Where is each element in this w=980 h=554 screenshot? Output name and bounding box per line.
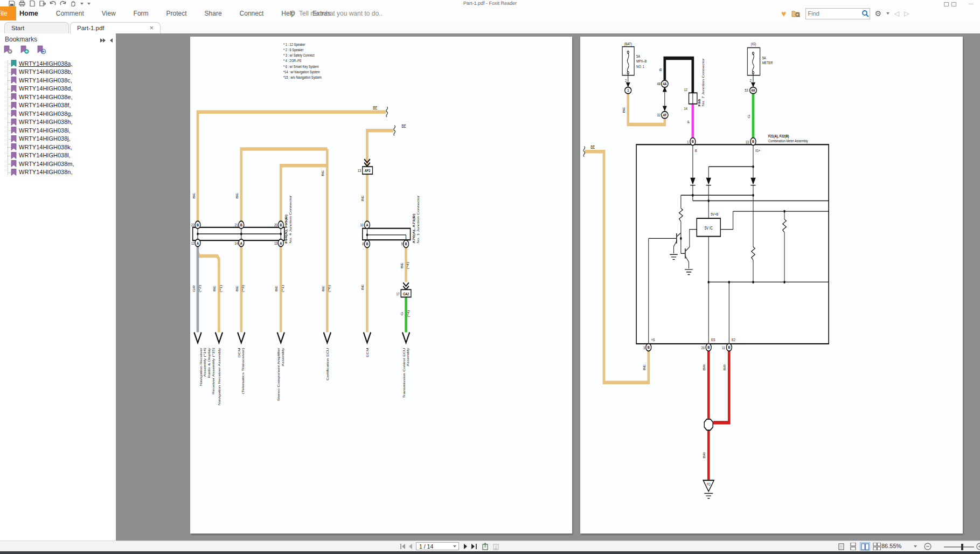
bookmark-item-wrty14high038m[interactable]: WRTY14HIGH038m, <box>0 160 116 168</box>
last-page-icon[interactable] <box>471 544 477 549</box>
delete-bookmark-icon[interactable] <box>3 45 13 54</box>
tab-protect[interactable]: Protect <box>166 10 187 17</box>
find-input[interactable] <box>806 10 861 17</box>
search-icon[interactable] <box>861 10 870 18</box>
lbl: 22 <box>191 223 194 227</box>
bookmark-item-wrty14high038b[interactable]: WRTY14HIGH038b, <box>0 68 116 77</box>
qat-customize-icon[interactable] <box>87 3 91 5</box>
bookmark-item-wrty14high038e[interactable]: WRTY14HIGH038e, <box>0 93 116 101</box>
tell-me-box[interactable]: Tell me what you want to do.. <box>290 6 383 20</box>
bookmark-item-wrty14high038d[interactable]: WRTY14HIGH038d, <box>0 85 116 93</box>
tab-form[interactable]: Form <box>134 10 149 17</box>
bookmark-item-wrty14high038f[interactable]: WRTY14HIGH038f, <box>0 101 116 110</box>
goto-bookmark-icon[interactable] <box>37 45 46 54</box>
bookmark-flag-icon <box>11 102 17 109</box>
bookmark-item-wrty14high038i[interactable]: WRTY14HIGH038i, <box>0 126 116 135</box>
lbl: E2 <box>732 337 735 342</box>
bookmark-flag-icon <box>11 77 17 84</box>
lbl: B <box>240 223 242 227</box>
bookmark-item-wrty14high038n[interactable]: WRTY14HIGH038n, <box>0 168 116 177</box>
bookmark-item-wrty14high038c[interactable]: WRTY14HIGH038c, <box>0 76 116 85</box>
next-page-icon[interactable] <box>463 544 468 549</box>
first-page-icon[interactable] <box>400 544 406 549</box>
lbl: Stereo Component Amplifier <box>277 348 281 401</box>
tab-connect[interactable]: Connect <box>240 10 264 17</box>
file-menu[interactable]: File <box>0 6 16 20</box>
continuous-view-icon[interactable] <box>848 542 858 551</box>
close-tab-icon[interactable]: × <box>149 25 154 31</box>
zoom-in-icon[interactable] <box>976 543 980 550</box>
document-icon[interactable] <box>29 1 36 6</box>
next-view-icon[interactable] <box>492 543 499 550</box>
lbl: B <box>728 345 730 349</box>
hand-tool-icon[interactable] <box>70 1 77 6</box>
lbl: BE <box>192 192 196 198</box>
continuous-facing-view-icon[interactable] <box>872 542 882 551</box>
lbl: CA2 <box>403 292 409 296</box>
tree-stub <box>8 89 11 89</box>
bookmark-item-wrty14high038g[interactable]: WRTY14HIGH038g, <box>0 109 116 118</box>
zoom-slider-track[interactable] <box>944 546 974 548</box>
save-icon[interactable] <box>9 1 15 6</box>
collapse-panel-icon[interactable] <box>110 37 113 44</box>
lbl: 14 <box>234 241 238 246</box>
tab-share[interactable]: Share <box>205 10 222 17</box>
add-bookmark-icon[interactable] <box>20 45 30 54</box>
undo-icon[interactable] <box>50 1 56 6</box>
lbl: (*4) <box>406 262 409 269</box>
zoom-out-icon[interactable] <box>924 543 932 550</box>
lbl: BR <box>702 364 706 371</box>
continuation-squiggle <box>386 107 388 117</box>
bookmark-item-wrty14high038a[interactable]: WRTY14HIGH038a, <box>0 59 116 68</box>
nav-back-icon[interactable]: ◁ <box>894 10 899 17</box>
prev-page-icon[interactable] <box>408 544 413 549</box>
lbl: (Telematics Transceiver) <box>241 348 245 394</box>
tab-view[interactable]: View <box>102 10 116 17</box>
document-canvas[interactable]: * 1 : 12 Speaker * 2 : 6 Speaker * 3 : w… <box>116 33 980 541</box>
settings-dropdown-icon[interactable] <box>886 12 889 15</box>
page-number-combo[interactable]: 1 / 14 <box>416 542 459 550</box>
zoom-slider-handle[interactable] <box>961 544 963 550</box>
lbl: A <box>280 241 282 245</box>
single-page-view-icon[interactable] <box>836 542 846 551</box>
zoom-level[interactable]: 86.55% <box>881 543 901 549</box>
notes-legend: * 1 : 12 Speaker * 2 : 6 Speaker * 3 : w… <box>283 42 322 80</box>
lbl: 5V+B <box>711 212 718 217</box>
nav-forward-icon[interactable]: ▷ <box>904 10 909 17</box>
lbl: B <box>197 223 199 227</box>
fuse-ig: (IG) 5A METER 2 4A 53 <box>745 41 773 94</box>
tab-part1-pdf[interactable]: Part-1.pdf × <box>70 22 161 33</box>
previous-view-icon[interactable] <box>482 543 489 550</box>
bookmark-item-wrty14high038j[interactable]: WRTY14HIGH038j, <box>0 135 116 143</box>
combo-caret-icon[interactable] <box>453 545 456 548</box>
lbl: (BAT) <box>624 41 632 46</box>
lbl: B <box>752 140 754 144</box>
redo-icon[interactable] <box>60 1 66 6</box>
zoom-dropdown-icon[interactable] <box>914 545 917 548</box>
lbl: 10 <box>360 223 363 227</box>
favorite-heart-icon[interactable]: ♥ <box>781 10 787 17</box>
gear-icon[interactable]: ⚙ <box>875 9 882 18</box>
lbl: 5A <box>762 56 766 60</box>
qat-dropdown-icon[interactable] <box>80 3 84 5</box>
bookmark-flag-icon <box>11 85 17 92</box>
tab-comment[interactable]: Comment <box>56 10 84 17</box>
bookmark-item-wrty14high038l[interactable]: WRTY14HIGH038l, <box>0 151 116 160</box>
bookmark-item-wrty14high038k[interactable]: WRTY14HIGH038k, <box>0 143 116 151</box>
lbl: 20 <box>274 223 277 227</box>
folder-search-icon[interactable] <box>791 10 801 18</box>
lbl: 3 <box>643 345 645 350</box>
wiring-diagram-right: (BAT) 5A MPX–B NO. 1 2 1 4A 48 4F 32 <box>580 37 963 534</box>
title-bar: Part-1.pdf - Foxit Reader — <box>0 0 980 6</box>
email-doc-icon[interactable] <box>39 1 46 6</box>
tab-home[interactable]: Home <box>19 10 38 17</box>
bookmark-item-wrty14high038h[interactable]: WRTY14HIGH038h, <box>0 118 116 127</box>
lbl: G <box>400 311 404 315</box>
lbl: 12 <box>684 87 687 92</box>
facing-view-icon[interactable] <box>860 542 870 551</box>
destination-arrows <box>194 333 409 343</box>
lbl: (*3) <box>241 285 245 292</box>
expand-all-icon[interactable] <box>100 37 106 44</box>
print-icon[interactable] <box>19 1 25 6</box>
tab-start-page[interactable]: Start <box>4 22 69 33</box>
